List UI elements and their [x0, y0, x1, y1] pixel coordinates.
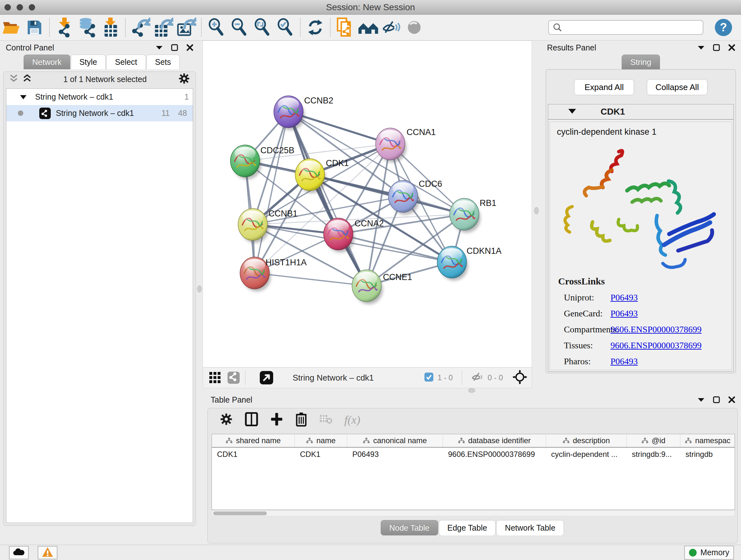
network-options-gear-icon[interactable] [179, 73, 190, 85]
network-canvas[interactable]: CCNB2CCNA1CDC25BCDK1CDC6RB1CCNB1CCNA2CDK… [203, 41, 532, 367]
network-view-mode-icon[interactable] [227, 371, 240, 384]
export-table-button[interactable] [152, 17, 175, 38]
table-tab-node-table[interactable]: Node Table [381, 520, 438, 536]
collection-expand-icon[interactable] [20, 92, 27, 102]
crosslink-link[interactable]: P06493 [610, 308, 638, 319]
add-column-icon[interactable] [270, 412, 283, 428]
scrollbar-thumb[interactable] [213, 511, 267, 515]
column-header-canonical-name[interactable]: canonical name [347, 434, 443, 447]
panel-menu-icon[interactable] [697, 397, 704, 402]
column-header-shared-name[interactable]: shared name [212, 434, 295, 447]
panel-float-icon[interactable] [713, 396, 720, 403]
zoom-selected-button[interactable] [274, 17, 297, 38]
warnings-button[interactable] [38, 546, 57, 559]
close-window-button[interactable] [4, 4, 11, 10]
fit-crosshair-icon[interactable] [513, 370, 527, 386]
control-tab-network[interactable]: Network [23, 55, 70, 69]
search-input[interactable] [562, 23, 699, 32]
import-table-button[interactable] [99, 17, 122, 38]
crosslink-link[interactable]: 9606.ENSP00000378699 [610, 324, 701, 334]
network-row[interactable]: String Network – cdk1 11 48 [6, 105, 193, 121]
panel-close-icon[interactable] [186, 44, 193, 51]
network-node-CDK1[interactable] [295, 159, 326, 193]
collapse-all-icon[interactable] [9, 74, 18, 84]
node-label-CCNA1[interactable]: CCNA1 [407, 127, 436, 137]
network-node-CCNA2[interactable] [324, 218, 354, 253]
table-cell[interactable]: P06493 [347, 448, 443, 461]
column-header-database-identifier[interactable]: database identifier [443, 434, 546, 447]
panel-menu-icon[interactable] [697, 45, 704, 50]
network-node-CDKN1A[interactable] [437, 246, 468, 281]
node-label-CDKN1A[interactable]: CDKN1A [467, 246, 502, 256]
search-box[interactable] [548, 20, 703, 35]
import-network-button[interactable] [53, 17, 76, 38]
cloud-status-button[interactable] [9, 546, 29, 559]
node-label-CCNB2[interactable]: CCNB2 [304, 96, 333, 105]
save-session-button[interactable] [23, 17, 46, 38]
table-cell[interactable]: cyclin-dependent ... [546, 448, 627, 461]
node-label-CDC25B[interactable]: CDC25B [260, 145, 294, 155]
left-splitter-handle[interactable] [197, 286, 202, 293]
crosslink-link[interactable]: P06493 [610, 293, 638, 303]
table-cell[interactable]: stringdb:9... [627, 448, 680, 461]
network-node-RB1[interactable] [450, 198, 481, 233]
table-horizontal-scrollbar[interactable] [212, 510, 735, 516]
network-node-CCNE1[interactable] [352, 270, 383, 304]
neighbors-button[interactable] [357, 17, 380, 38]
column-header-namespac[interactable]: namespac [680, 434, 735, 447]
column-header-description[interactable]: description [546, 434, 627, 447]
refresh-button[interactable] [304, 17, 327, 38]
network-node-CDC25B[interactable] [230, 145, 261, 179]
memory-button[interactable]: Memory [684, 546, 734, 560]
table-cell[interactable]: CDK1 [212, 448, 295, 461]
panel-float-icon[interactable] [713, 44, 720, 51]
control-tab-select[interactable]: Select [106, 55, 145, 69]
export-image-button[interactable] [175, 17, 198, 38]
crosslink-link[interactable]: 9606.ENSP00000378699 [610, 340, 701, 351]
table-row[interactable]: CDK1CDK1P064939606.ENSP00000378699cyclin… [212, 448, 735, 461]
zoom-window-button[interactable] [29, 4, 35, 10]
network-edge[interactable] [255, 144, 390, 273]
panel-menu-icon[interactable] [156, 45, 163, 50]
expand-all-button[interactable]: Expand All [574, 79, 634, 95]
clone-network-button[interactable] [334, 17, 357, 38]
table-settings-gear-icon[interactable] [220, 413, 232, 427]
minimize-window-button[interactable] [17, 4, 23, 10]
table-cell[interactable]: 9606.ENSP00000378699 [443, 448, 546, 461]
zoom-in-button[interactable] [205, 17, 228, 38]
node-label-CCNA2[interactable]: CCNA2 [354, 219, 384, 228]
crosslink-link[interactable]: P06493 [610, 356, 638, 367]
node-label-CCNB1[interactable]: CCNB1 [268, 209, 298, 219]
collapse-all-button[interactable]: Collapse All [647, 79, 708, 95]
expand-all-icon[interactable] [23, 74, 31, 84]
network-node-CCNA1[interactable] [376, 128, 407, 163]
panel-close-icon[interactable] [728, 396, 735, 403]
grid-view-icon[interactable] [209, 371, 221, 384]
export-network-button[interactable] [129, 17, 152, 38]
panel-close-icon[interactable] [728, 44, 735, 51]
hidden-eye-icon[interactable] [471, 372, 484, 384]
column-header-@id[interactable]: @id [627, 434, 680, 447]
node-label-CCNE1[interactable]: CCNE1 [383, 272, 412, 282]
node-label-HIST1H1A[interactable]: HIST1H1A [266, 258, 307, 267]
network-edge[interactable] [255, 273, 367, 286]
delete-column-icon[interactable] [295, 412, 307, 428]
results-tab-string[interactable]: String [622, 55, 660, 69]
control-tab-style[interactable]: Style [71, 55, 106, 69]
zoom-out-button[interactable] [228, 17, 251, 38]
table-cell[interactable]: stringdb [680, 448, 735, 461]
section-collapse-icon[interactable] [568, 108, 576, 115]
right-splitter-handle[interactable] [534, 207, 539, 214]
network-edge[interactable] [255, 112, 288, 273]
show-columns-icon[interactable] [245, 412, 258, 428]
selected-checkbox-icon[interactable] [424, 372, 434, 383]
control-tab-sets[interactable]: Sets [146, 55, 180, 69]
panel-float-icon[interactable] [171, 44, 178, 51]
node-table[interactable]: shared namenamecanonical namedatabase id… [212, 434, 735, 510]
network-collection-row[interactable]: String Network – cdk1 1 [6, 89, 193, 105]
network-node-CCNB2[interactable] [274, 96, 305, 130]
node-label-CDC6[interactable]: CDC6 [419, 179, 442, 189]
hide-selected-button[interactable] [380, 17, 403, 38]
column-header-name[interactable]: name [295, 434, 347, 447]
birds-eye-view-icon[interactable] [259, 371, 273, 385]
